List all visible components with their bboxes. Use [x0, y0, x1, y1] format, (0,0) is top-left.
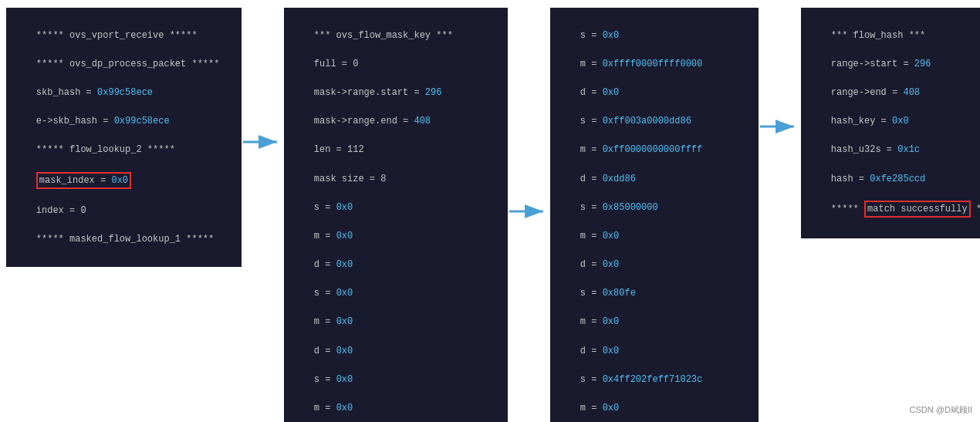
panel4-line2: range->end = 408 — [831, 87, 920, 98]
arrow-1-svg — [242, 130, 284, 154]
panel3-line3: d = 0x0 — [580, 87, 619, 98]
panel-3: s = 0x0 m = 0xffff0000ffff0000 d = 0x0 s… — [550, 8, 759, 422]
panel4-line3: hash_key = 0x0 — [831, 116, 909, 127]
panel4-line6-highlight: ***** match successfully ***** — [831, 204, 980, 214]
panel2-line13: m = 0x0 — [314, 403, 353, 414]
arrow-2 — [508, 200, 550, 223]
panel3-line7: s = 0x85000000 — [580, 202, 658, 213]
panel2-line4: len = 112 — [314, 144, 364, 155]
panel2-line3: mask->range.end = 408 — [314, 116, 431, 127]
panel2-line10: m = 0x0 — [314, 316, 353, 327]
panel3-line6: d = 0xdd86 — [580, 174, 636, 184]
panel1-line2: ***** ovs_dp_process_packet ***** — [36, 59, 220, 69]
panel1-line4: e->skb_hash = 0x99c58ece — [36, 116, 170, 127]
panel3-line11: m = 0x0 — [580, 316, 619, 327]
panel1-line3: skb_hash = 0x99c58ece — [36, 87, 153, 98]
panel3-line13: s = 0x4ff202feff71023c — [580, 374, 702, 385]
panel2-title: *** ovs_flow_mask_key *** — [314, 30, 453, 41]
panel2-line8: d = 0x0 — [314, 259, 353, 270]
panel3-line1: s = 0x0 — [580, 30, 619, 41]
panel4-line1: range->start = 296 — [831, 59, 931, 69]
panel2-line9: s = 0x0 — [314, 288, 353, 299]
panel2-line1: full = 0 — [314, 59, 359, 69]
panel-4: *** flow_hash *** range->start = 296 ran… — [801, 8, 980, 238]
arrow-3 — [759, 115, 801, 138]
panel1-line6-highlight: mask_index = 0x0 — [36, 172, 131, 190]
arrow-3-svg — [759, 115, 801, 138]
panel3-line9: d = 0x0 — [580, 259, 619, 270]
panel-2: *** ovs_flow_mask_key *** full = 0 mask-… — [284, 8, 508, 422]
panel4-line4: hash_u32s = 0x1c — [831, 144, 920, 155]
panel2-line12: s = 0x0 — [314, 374, 353, 385]
main-container: ***** ovs_vport_receive ***** ***** ovs_… — [0, 0, 980, 422]
panel3-line4: s = 0xff003a0000dd86 — [580, 116, 691, 127]
arrow-2-svg — [508, 200, 550, 223]
panel1-line8: ***** masked_flow_lookup_1 ***** — [36, 234, 214, 245]
panel1-line7: index = 0 — [36, 205, 86, 216]
panel1-line5: ***** flow_lookup_2 ***** — [36, 144, 175, 155]
panel3-line8: m = 0x0 — [580, 231, 619, 241]
watermark: CSDN @D斌顾II — [910, 404, 972, 416]
panel3-line14: m = 0x0 — [580, 403, 619, 414]
panel4-title: *** flow_hash *** — [831, 30, 925, 41]
arrow-1 — [242, 130, 284, 154]
panel3-line5: m = 0xff0000000000ffff — [580, 144, 702, 155]
panel3-line10: s = 0x80fe — [580, 288, 636, 299]
panel4-line5: hash = 0xfe285ccd — [831, 174, 925, 184]
panel2-line5: mask size = 8 — [314, 174, 387, 184]
panel2-line2: mask->range.start = 296 — [314, 87, 442, 98]
panel2-line11: d = 0x0 — [314, 346, 353, 356]
panel3-line12: d = 0x0 — [580, 346, 619, 356]
panel1-line1: ***** ovs_vport_receive ***** — [36, 30, 198, 41]
panel3-line2: m = 0xffff0000ffff0000 — [580, 59, 702, 69]
panel2-line6: s = 0x0 — [314, 202, 353, 213]
panel-1: ***** ovs_vport_receive ***** ***** ovs_… — [6, 8, 242, 267]
panel2-line7: m = 0x0 — [314, 231, 353, 241]
